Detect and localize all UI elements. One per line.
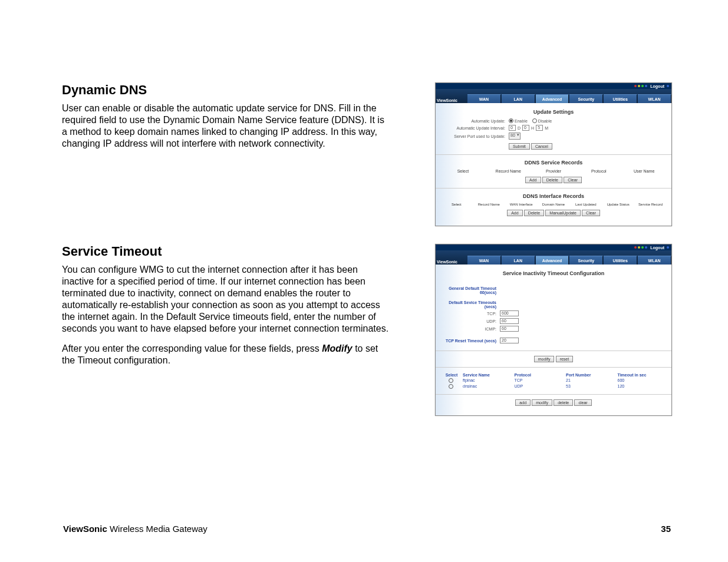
col2-select: Select [440,203,473,206]
clear-button-2[interactable]: Clear [582,210,600,216]
col2-wan: WAN Interface [505,203,538,206]
timeout-heading: Service Timeout [62,244,392,259]
udp-input[interactable]: 60 [500,318,519,324]
tab-security[interactable]: Security [569,94,603,103]
tab-utilities[interactable]: Utilities [604,94,637,103]
row1-radio[interactable] [449,378,453,383]
row2-name: dnsinac [460,384,512,389]
col2-status: Update Status [602,203,634,206]
main-tabs-2: WAN LAN Advanced Security Utilities WLAN [467,256,671,265]
col2-last: Last Updated [569,203,602,206]
tab2-advanced[interactable]: Advanced [536,256,569,265]
add-button-3[interactable]: add [515,399,531,406]
row1-timeout: 600 [615,378,667,383]
row2-port: 53 [564,384,615,389]
tab-advanced[interactable]: Advanced [536,94,569,103]
col-username: User Name [621,169,667,173]
disable-radio[interactable] [532,118,537,123]
row2-proto: UDP [512,384,564,389]
hours-input[interactable]: 0 [522,125,529,131]
enable-label: Enable [515,119,528,123]
default-service-label: Default Sevice Timeouts (secs) [440,300,500,309]
interval-label: Automatic Update Interval: [440,126,509,130]
p2-pre: After you enter the corresponding value … [62,343,322,353]
col-protocol: Protocol [576,169,621,173]
scol-proto: Protocol [512,373,564,377]
service-table-header: Select Service Name Protocol Port Number… [440,372,667,378]
port-label: Server Port used to Update: [440,134,509,138]
clear-button[interactable]: Clear [564,177,582,183]
icmp-input[interactable]: 60 [500,326,519,332]
tab2-lan[interactable]: LAN [502,256,535,265]
tab-lan[interactable]: LAN [502,94,535,103]
delete-button[interactable]: Delete [542,177,562,183]
col2-domain: Domain Name [538,203,570,206]
submit-button[interactable]: Submit [509,143,530,150]
tab-wlan[interactable]: WLAN [638,94,671,103]
days-unit: D [518,126,521,130]
tab2-utilities[interactable]: Utilities [604,256,637,265]
mins-input[interactable]: 5 [536,125,543,131]
dns-heading: Dynamic DNS [62,82,392,98]
dns-text-block: Dynamic DNS User can enable or disable t… [62,82,392,226]
add-button-2[interactable]: Add [507,210,522,216]
table-row: dnsinac UDP 53 120 [440,384,667,389]
page-footer: ViewSonic Wireless Media Gateway 35 [62,524,672,538]
cancel-button[interactable]: Cancel [531,143,552,150]
logo: ViewSonic [437,98,457,103]
tab2-wan[interactable]: WAN [467,256,501,265]
timeout-paragraph-1: You can configure WMG to cut the interne… [62,264,392,335]
timeout-text-block: Service Timeout You can configure WMG to… [62,244,392,416]
tab2-security[interactable]: Security [569,256,603,265]
tcp-reset-label: TCP Reset Timeout (secs) [440,339,500,343]
dns-paragraph: User can enable or disable the automatic… [62,103,392,150]
main-tabs: WAN LAN Advanced Security Utilities WLAN [467,94,671,103]
row1-port: 21 [564,378,615,383]
row2-timeout: 120 [615,384,667,389]
logo-2: ViewSonic [437,260,457,264]
footer-product: Wireless Media Gateway [107,524,207,534]
tcp-input[interactable]: 600 [500,310,519,316]
mins-unit: M [545,126,548,130]
scol-name: Service Name [460,373,512,377]
delete-button-2[interactable]: Delete [524,210,544,216]
disable-label: Disable [538,119,552,123]
update-settings-title: Update Settings [440,109,667,115]
service-timeout-screenshot: Logout ViewSonic WAN LAN Advanced Securi… [435,244,672,416]
add-button[interactable]: Add [525,177,541,183]
timeout-config-title: Service Inactivity Timeout Configuration [440,270,667,276]
col-select: Select [440,169,486,173]
days-input[interactable]: 0 [509,125,516,131]
delete-button-3[interactable]: delete [554,399,573,406]
row1-proto: TCP [512,378,564,383]
table-row: ftpinac TCP 21 600 [440,378,667,384]
auto-update-label: Automatic Update: [440,119,509,123]
reset-button[interactable]: reset [556,356,574,362]
scol-select: Select [440,373,460,377]
clear-button-3[interactable]: clear [574,399,591,406]
update-settings-screenshot: Logout ViewSonic WAN LAN Advanced Securi… [435,82,672,226]
col-provider: Provider [531,169,577,173]
tab2-wlan[interactable]: WLAN [638,256,671,265]
timeout-paragraph-2: After you enter the corresponding value … [62,343,392,366]
manual-update-button[interactable]: ManualUpdate [545,210,581,216]
icmp-label: ICMP: [440,327,500,331]
logout-link[interactable]: Logout [650,84,664,88]
row2-radio[interactable] [449,384,453,389]
tcp-reset-input[interactable]: 20 [500,338,519,343]
logout-link-2[interactable]: Logout [650,246,664,250]
tab-wan[interactable]: WAN [467,94,501,103]
enable-radio[interactable] [509,118,513,123]
col-record-name: Record Name [486,169,531,173]
col2-service: Service Record [634,203,667,206]
modify-button[interactable]: modify [534,356,555,362]
ddns-interface-records-title: DDNS Interface Records [440,193,667,199]
p2-bold: Modify [322,343,353,353]
interface-records-header: Select Record Name WAN Interface Domain … [440,203,667,206]
page-number: 35 [661,524,671,534]
port-select[interactable]: 80 [509,133,521,140]
col2-record: Record Name [473,203,505,206]
service-records-header: Select Record Name Provider Protocol Use… [440,169,667,173]
modify-button-2[interactable]: modify [532,399,552,406]
ddns-service-records-title: DDNS Service Records [440,160,667,166]
